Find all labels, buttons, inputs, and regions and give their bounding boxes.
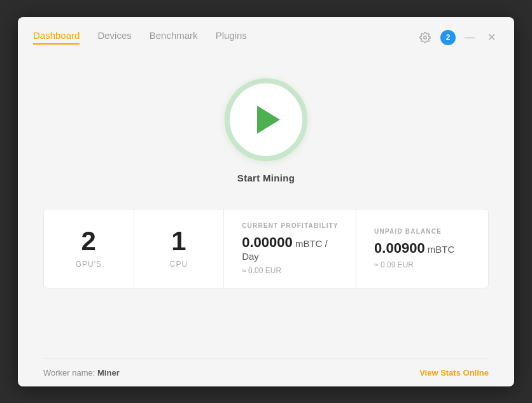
gpu-count: 2 (81, 228, 96, 255)
balance-main: 0.00900 (374, 240, 425, 256)
start-mining-button[interactable] (225, 78, 307, 161)
play-button-container: Start Mining (225, 78, 307, 183)
balance-unit: mBTC (425, 244, 455, 255)
view-stats-link[interactable]: View Stats Online (419, 368, 489, 378)
titlebar-controls: 2 — ✕ (416, 29, 499, 46)
tab-benchmark[interactable]: Benchmark (150, 30, 198, 45)
balance-section-label: UNPAID BALANCE (374, 228, 442, 235)
svg-point-0 (424, 36, 427, 39)
profitability-section-label: CURRENT PROFITABILITY (242, 222, 339, 229)
start-mining-label: Start Mining (237, 173, 295, 183)
minimize-button[interactable]: — (462, 30, 477, 45)
cpu-stat-block: 1 CPU (134, 209, 225, 288)
profitability-sub: ≈ 0.00 EUR (242, 266, 281, 275)
titlebar: Dashboard Devices Benchmark Plugins 2 — … (18, 17, 514, 46)
tab-dashboard[interactable]: Dashboard (33, 30, 80, 45)
gpu-label: GPU'S (76, 260, 102, 269)
app-window: Dashboard Devices Benchmark Plugins 2 — … (18, 17, 514, 386)
profitability-block: CURRENT PROFITABILITY 0.00000 mBTC / Day… (224, 209, 356, 288)
footer-bar: Worker name: Miner View Stats Online (18, 359, 514, 386)
balance-block: UNPAID BALANCE 0.00900 mBTC ≈ 0.09 EUR (356, 209, 488, 288)
notification-badge[interactable]: 2 (440, 30, 456, 45)
nav-tabs: Dashboard Devices Benchmark Plugins (33, 30, 247, 45)
stats-panel: 2 GPU'S 1 CPU CURRENT PROFITABILITY 0.00… (43, 209, 489, 288)
tab-devices[interactable]: Devices (97, 30, 131, 45)
balance-value: 0.00900 mBTC (374, 240, 454, 257)
cpu-label: CPU (170, 260, 188, 269)
profitability-main: 0.00000 (242, 234, 293, 250)
close-button[interactable]: ✕ (484, 30, 499, 45)
cpu-count: 1 (171, 228, 186, 255)
worker-name-display: Worker name: Miner (43, 368, 120, 378)
play-icon (257, 106, 280, 134)
tab-plugins[interactable]: Plugins (216, 30, 247, 45)
main-content: Start Mining 2 GPU'S 1 CPU CURRENT PROFI… (18, 46, 514, 358)
profitability-value: 0.00000 mBTC / Day (242, 234, 346, 262)
gpu-stat-block: 2 GPU'S (44, 209, 134, 288)
balance-sub: ≈ 0.09 EUR (374, 260, 414, 269)
settings-button[interactable] (416, 29, 434, 46)
